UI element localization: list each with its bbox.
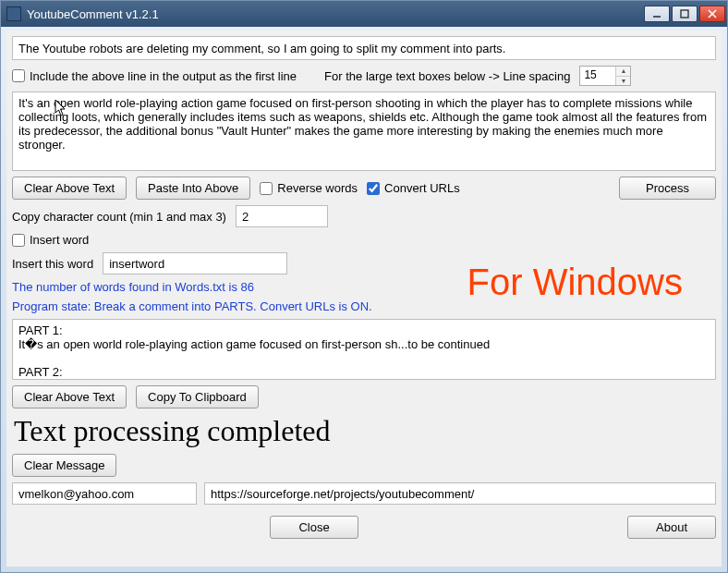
window-controls [644,6,725,22]
line-spacing-value: 15 [580,67,615,85]
clear-above-button[interactable]: Clear Above Text [12,177,127,200]
copy-count-label: Copy character count (min 1 and max 3) [12,210,226,224]
spinner-arrows: ▲ ▼ [615,67,630,85]
include-row: Include the above line in the output as … [12,66,716,86]
action-row-1: Clear Above Text Paste Into Above Revers… [12,177,716,200]
email-field[interactable] [12,482,197,505]
url-field[interactable] [204,482,716,505]
spinner-down-icon[interactable]: ▼ [616,77,630,86]
insert-word-checkbox-label: Insert word [30,233,89,247]
about-button[interactable]: About [627,516,716,539]
close-window-button[interactable] [699,6,725,22]
clear-msg-row: Clear Message [12,454,716,477]
copy-count-input[interactable] [236,205,328,227]
paste-into-above-button[interactable]: Paste Into Above [136,177,250,200]
app-window: YoutubeComment v1.2.1 Include the above … [0,0,728,573]
action-row-2: Clear Above Text Copy To Clipboard [12,385,716,408]
app-icon [6,6,21,21]
process-button[interactable]: Process [619,177,716,200]
output-text[interactable] [12,319,716,380]
line-spacing-label: For the large text boxes below -> Line s… [324,69,570,83]
program-state-info: Program state: Break a comment into PART… [12,299,716,313]
insert-word-input[interactable] [103,252,287,274]
bottom-button-row: Close About [12,512,716,539]
clear-message-button[interactable]: Clear Message [12,454,116,477]
copy-clipboard-button[interactable]: Copy To Clipboard [136,385,259,408]
include-checkbox[interactable]: Include the above line in the output as … [12,69,297,83]
insert-word-check-row: Insert word [12,233,716,247]
window-title: YoutubeComment v1.2.1 [27,7,644,21]
main-text-input[interactable] [12,91,716,171]
convert-urls-checkbox[interactable]: Convert URLs [367,181,460,195]
minimize-button[interactable] [644,6,670,22]
reverse-words-label: Reverse words [277,181,358,195]
titlebar: YoutubeComment v1.2.1 [1,1,727,27]
contact-row [12,482,716,505]
maximize-button[interactable] [672,6,698,22]
reverse-words-checkbox[interactable]: Reverse words [260,181,358,195]
line-spacing-spinner[interactable]: 15 ▲ ▼ [579,66,631,86]
insert-word-label: Insert this word [12,257,93,271]
words-found-info: The number of words found in Words.txt i… [12,280,716,294]
insert-word-row: Insert this word [12,252,716,274]
insert-word-checkbox[interactable]: Insert word [12,233,89,247]
convert-urls-label: Convert URLs [384,181,460,195]
clear-output-button[interactable]: Clear Above Text [12,385,127,408]
svg-rect-1 [681,10,688,18]
content-area: Include the above line in the output as … [6,30,722,567]
copy-count-row: Copy character count (min 1 and max 3) [12,205,716,227]
include-checkbox-label: Include the above line in the output as … [30,69,297,83]
status-message: Text processing completed [12,414,716,448]
top-comment-input[interactable] [12,36,716,60]
spinner-up-icon[interactable]: ▲ [616,67,630,77]
close-button[interactable]: Close [270,516,358,539]
